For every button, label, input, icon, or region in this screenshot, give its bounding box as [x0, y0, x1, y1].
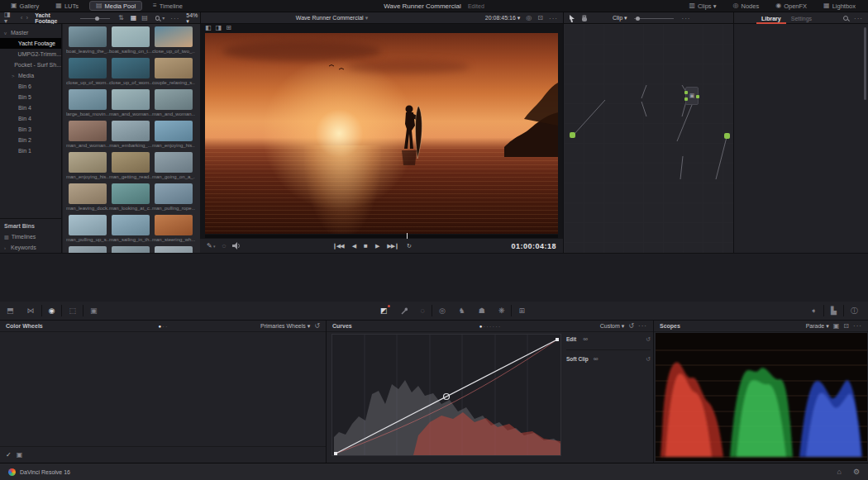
- media-clip[interactable]: man_steering_wh...: [152, 215, 195, 246]
- media-clip[interactable]: [152, 246, 195, 253]
- step-back-button[interactable]: ◀: [352, 243, 355, 250]
- media-clip[interactable]: man_looking_at_c...: [109, 183, 152, 215]
- grade-arrow-icon[interactable]: ➧: [811, 307, 818, 315]
- media-clip[interactable]: couple_relaxing_s...: [152, 58, 195, 89]
- scope-settings-icon[interactable]: ▣: [833, 323, 840, 330]
- topbar-button-lightbox[interactable]: ▦Lightbox: [818, 1, 861, 11]
- topbar-button-openfx[interactable]: ◉OpenFX: [770, 1, 813, 11]
- viewer-options-icon[interactable]: ···: [549, 15, 558, 22]
- go-to-start-button[interactable]: ❙◀◀: [332, 243, 344, 250]
- sidebar-bin-bin-4[interactable]: Bin 4: [0, 102, 61, 113]
- sidebar-bin-bin-5[interactable]: Bin 5: [0, 92, 61, 102]
- color-viewer-icon[interactable]: ◎: [526, 15, 532, 21]
- forward-arrow-icon[interactable]: ›: [26, 15, 28, 21]
- scope-options-icon[interactable]: ···: [853, 322, 862, 330]
- media-clip[interactable]: close_up_of_two_...: [152, 26, 195, 58]
- wheel-mode-icon[interactable]: ▣: [17, 452, 23, 459]
- window-tool-icon[interactable]: ◌: [421, 307, 425, 315]
- project-settings-icon[interactable]: ⚙: [853, 468, 860, 476]
- blur-tool-icon[interactable]: ❋: [498, 307, 505, 315]
- soft-clip-reset-icon[interactable]: ↺: [646, 356, 651, 363]
- tracker-icon[interactable]: ◎: [439, 307, 446, 315]
- media-clip[interactable]: man_leaving_dock...: [66, 183, 109, 215]
- topbar-button-luts[interactable]: ▦LUTs: [50, 1, 84, 11]
- loop-button[interactable]: ↻: [407, 243, 412, 250]
- camera-raw-icon[interactable]: ⬒: [7, 307, 14, 315]
- link-channels-icon[interactable]: ∞: [583, 336, 588, 343]
- highlight-tool-icon[interactable]: ✎ ▾: [207, 242, 216, 250]
- topbar-button-gallery[interactable]: ▣Gallery: [5, 1, 45, 11]
- play-button[interactable]: ▶: [375, 243, 379, 250]
- viewer-timeline-select[interactable]: Wave Runner Commercial ▾: [200, 15, 464, 21]
- media-clip[interactable]: close_up_of_wom...: [66, 58, 109, 89]
- media-clip[interactable]: large_boat_movin...: [66, 89, 109, 121]
- zoom-level-select[interactable]: 54% ▾: [186, 12, 200, 25]
- sidebar-bin-master[interactable]: vMaster: [0, 27, 61, 38]
- library-options-icon[interactable]: ···: [854, 15, 863, 22]
- sidebar-bin-bin-2[interactable]: Bin 2: [0, 135, 61, 145]
- media-clip[interactable]: man_and_woman...: [152, 89, 195, 121]
- media-clip[interactable]: man_and_woman...: [109, 89, 152, 121]
- primaries-palette-icon[interactable]: ◩: [380, 307, 388, 315]
- sidebar-bin-yacht-footage[interactable]: Yacht Footage: [0, 38, 61, 49]
- topbar-button-clips[interactable]: ▥Clips ▾: [683, 1, 722, 11]
- stop-button[interactable]: ■: [364, 242, 367, 250]
- curves-options-icon[interactable]: ···: [638, 322, 647, 330]
- viewer-scrub-bar[interactable]: [205, 235, 558, 238]
- sidebar-bin-bin-1[interactable]: Bin 1: [0, 145, 61, 156]
- color-match-icon[interactable]: ⬚: [69, 307, 76, 315]
- media-clip[interactable]: boat_leaving_the_...: [66, 26, 109, 58]
- sidebar-bin-umpg2-trimm-[interactable]: UMPG2-Trimm...: [0, 49, 61, 59]
- back-arrow-icon[interactable]: ‹: [21, 15, 23, 21]
- sort-icon[interactable]: ⇅: [118, 15, 124, 21]
- soft-clip-link-icon[interactable]: ∞: [594, 356, 599, 363]
- media-clip[interactable]: man_getting_read...: [109, 152, 152, 183]
- keyframes-icon[interactable]: ⊞: [518, 307, 525, 315]
- tab-settings[interactable]: Settings: [786, 16, 817, 21]
- expand-viewer-icon[interactable]: ⊡: [537, 15, 543, 21]
- topbar-button-nodes[interactable]: ◎Nodes: [727, 1, 765, 11]
- bypass-grade-icon[interactable]: ◌: [222, 242, 227, 250]
- magic-mask-icon[interactable]: ♞: [459, 307, 465, 315]
- mix-wipe-icon[interactable]: ⊞: [226, 25, 231, 31]
- search-icon[interactable]: [155, 16, 160, 21]
- project-manager-icon[interactable]: ⌂: [837, 468, 841, 476]
- topbar-button-media-pool[interactable]: ▤Media Pool: [89, 1, 142, 11]
- sidebar-bin-bin-6[interactable]: Bin 6: [0, 81, 61, 92]
- stills-icon[interactable]: ▣: [90, 307, 98, 315]
- node-zoom-slider[interactable]: [634, 18, 674, 19]
- auto-balance-icon[interactable]: ✓: [6, 452, 12, 459]
- media-clip[interactable]: man_enjoying_his...: [152, 121, 195, 152]
- edit-reset-icon[interactable]: ↺: [646, 336, 651, 343]
- bin-panel-toggle-icon[interactable]: ◨ ▾: [4, 12, 14, 25]
- audio-mute-icon[interactable]: [232, 242, 241, 250]
- media-clip[interactable]: [109, 246, 152, 253]
- media-clip[interactable]: [66, 246, 109, 253]
- media-pool-options-icon[interactable]: ···: [170, 15, 179, 22]
- wheels-reset-icon[interactable]: ↺: [314, 323, 320, 330]
- qualifier-eyedropper-icon[interactable]: [401, 307, 408, 315]
- info-icon[interactable]: ⓘ: [851, 306, 858, 316]
- go-to-end-button[interactable]: ▶▶❙: [387, 243, 398, 250]
- box-wipe-icon[interactable]: ◨: [216, 25, 222, 31]
- tab-library[interactable]: Library: [756, 12, 786, 24]
- scope-expand-icon[interactable]: ⊡: [843, 323, 849, 330]
- search-caret-icon[interactable]: ▾: [162, 16, 165, 21]
- master-timecode[interactable]: 20:08:45:16 ▾: [485, 15, 520, 21]
- media-clip[interactable]: man_going_on_a_...: [152, 152, 195, 183]
- media-clip[interactable]: man_enjoying_his...: [66, 152, 109, 183]
- color-wheels-tool-icon[interactable]: ◉: [49, 307, 55, 315]
- sidebar-item-timelines[interactable]: ▥Timelines: [0, 231, 62, 242]
- media-clip[interactable]: man_pulling_up_s...: [66, 215, 109, 246]
- media-clip[interactable]: man_sailing_in_th...: [109, 215, 152, 246]
- gang-icon[interactable]: ⋈: [27, 307, 35, 315]
- sidebar-bin-pocket-surf-sh-[interactable]: Pocket - Surf Sh...: [0, 59, 61, 70]
- media-clip[interactable]: boat_sailing_on_t...: [109, 26, 152, 58]
- wheels-mode-select[interactable]: Primaries Wheels ▾: [260, 323, 310, 330]
- media-clip[interactable]: man_embarking_...: [109, 121, 152, 152]
- library-search-icon[interactable]: [843, 16, 848, 21]
- thumb-size-slider[interactable]: [80, 18, 110, 19]
- media-clip[interactable]: man_and_woman...: [66, 121, 109, 152]
- parallel-mixer-node[interactable]: ▣: [685, 87, 699, 105]
- library-scrollbar[interactable]: [864, 27, 866, 100]
